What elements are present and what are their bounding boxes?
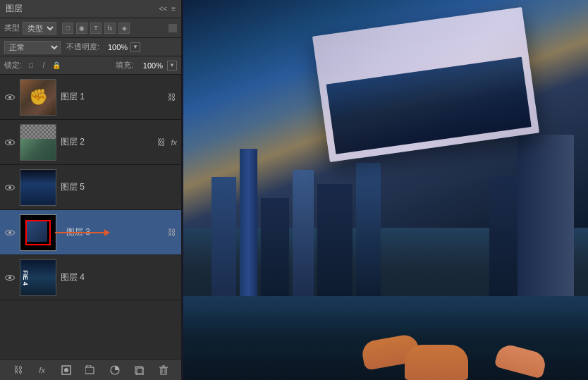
layers-list: 图层 1 ⛓ 图层 2 ⛓ fx (0, 75, 181, 359)
eye-icon-2 (5, 140, 15, 145)
finger2 (405, 345, 468, 380)
filter-icon-rect[interactable]: □ (62, 23, 73, 34)
layer-5-thumb (20, 169, 56, 206)
filter-type-select[interactable]: 类型 名称 效果 (23, 22, 56, 35)
add-fx-button[interactable]: fx (36, 364, 49, 376)
canvas-background (183, 0, 588, 380)
layer-2-name: 图层 2 (61, 136, 152, 148)
create-group-button[interactable] (84, 364, 97, 376)
layer-3-visibility[interactable] (4, 227, 16, 238)
layer-3-thumb-img (20, 215, 56, 250)
fill-input[interactable] (137, 61, 163, 70)
link-layers-button[interactable]: ⛓ (11, 364, 24, 376)
layers-panel: 图层 << ≡ 类型 类型 名称 效果 □ ◉ T fx ◈ 正常 溶解 正片叠… (0, 0, 182, 380)
blend-mode-row: 正常 溶解 正片叠底 不透明度: ▼ (0, 38, 181, 56)
layer-1-thumb-img (20, 80, 56, 115)
opacity-label: 不透明度: (66, 42, 99, 52)
lock-label: 锁定: (4, 60, 22, 71)
layer-2-img (20, 139, 56, 160)
panel-footer: ⛓ fx (0, 359, 181, 380)
layer-5-thumb-img (20, 170, 56, 205)
layer-item-1[interactable]: 图层 1 ⛓ (0, 75, 181, 120)
layer-item-5[interactable]: 图层 5 (0, 165, 181, 210)
create-layer-button[interactable] (133, 364, 145, 376)
panel-controls: << ≡ (159, 5, 176, 13)
layer-1-name: 图层 1 (61, 91, 163, 103)
layer-5-visibility[interactable] (4, 182, 16, 193)
layer-item-2[interactable]: 图层 2 ⛓ fx (0, 120, 181, 165)
layer-4-name: 图层 4 (61, 271, 177, 283)
hand-area (348, 239, 560, 380)
layer-2-thumb-img (20, 125, 56, 160)
opacity-input[interactable] (102, 43, 128, 51)
eye-icon-4 (5, 275, 15, 281)
eye-icon-1 (5, 94, 15, 100)
layer-2-link[interactable]: ⛓ (157, 137, 166, 147)
fie4-label: FIE 4 (22, 270, 29, 286)
create-adjustment-button[interactable] (109, 364, 121, 376)
panel-title: 图层 (6, 3, 23, 15)
layer-4-thumb: FIE 4 (20, 259, 56, 296)
panel-menu-button[interactable]: ≡ (171, 5, 176, 13)
layer-2-thumb (20, 124, 56, 161)
layer-4-visibility[interactable] (4, 272, 16, 283)
fill-arrow[interactable]: ▼ (167, 61, 177, 71)
svg-rect-6 (161, 368, 166, 374)
layer-item-4[interactable]: FIE 4 图层 4 (0, 255, 181, 300)
lock-row: 锁定: □ / 🔒 填充: ▼ (0, 56, 181, 75)
finger3 (494, 343, 549, 379)
fill-label: 填充: (116, 60, 133, 71)
filter-icons: □ ◉ T fx ◈ (62, 23, 130, 34)
svg-rect-2 (85, 367, 94, 374)
add-mask-button[interactable] (60, 364, 73, 376)
filter-bar: 类型 类型 名称 效果 □ ◉ T fx ◈ (0, 18, 181, 38)
layer-3-thumb-content (26, 221, 47, 242)
eye-icon-5 (5, 185, 15, 190)
layer-item-3[interactable]: 图层 3 ⛓ (0, 210, 181, 255)
layer-1-thumb (20, 79, 56, 116)
panel-collapse-button[interactable]: << (159, 5, 167, 13)
opacity-arrow[interactable]: ▼ (130, 42, 140, 52)
filter-icon-fx[interactable]: fx (104, 23, 116, 34)
layer-2-visibility[interactable] (4, 137, 16, 148)
lock-icon-all[interactable]: 🔒 (51, 61, 61, 71)
filter-icon-circle[interactable]: ◉ (76, 23, 87, 34)
filter-icon-text[interactable]: T (90, 23, 102, 34)
filter-toggle[interactable] (169, 24, 177, 32)
layer-3-link[interactable]: ⛓ (167, 228, 177, 238)
canvas-area (183, 0, 588, 380)
layer-3-thumb (20, 214, 56, 251)
delete-layer-button[interactable] (157, 364, 170, 376)
filter-label: 类型 (4, 23, 20, 33)
lock-icon-move[interactable]: / (39, 61, 49, 71)
layer-5-name: 图层 5 (61, 181, 177, 193)
lock-icon-pixels[interactable]: □ (26, 61, 36, 71)
filter-icon-adjust[interactable]: ◈ (118, 23, 130, 34)
svg-point-1 (64, 368, 68, 372)
layer-1-link[interactable]: ⛓ (167, 92, 177, 102)
layer-3-name: 图层 3 (66, 226, 163, 238)
eye-icon-3 (5, 230, 15, 235)
blend-mode-select[interactable]: 正常 溶解 正片叠底 (4, 41, 61, 54)
layer-1-visibility[interactable] (4, 92, 16, 103)
panel-header: 图层 << ≡ (0, 0, 181, 18)
lock-icons: □ / 🔒 (26, 61, 61, 71)
layer-2-fx: fx (171, 138, 177, 147)
